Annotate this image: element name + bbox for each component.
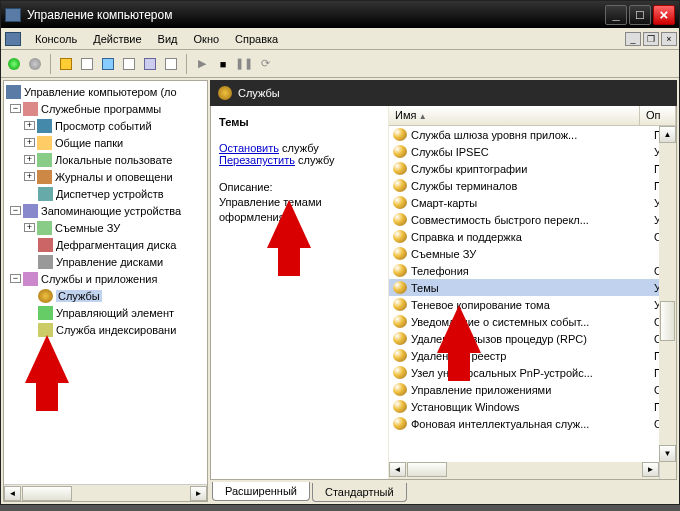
service-icon	[393, 315, 407, 328]
col-name[interactable]: Имя	[389, 106, 640, 125]
list-row[interactable]: Съемные ЗУ	[389, 245, 676, 262]
service-icon	[393, 349, 407, 362]
scroll-down-button[interactable]: ▼	[659, 445, 676, 462]
list-row[interactable]: Службы терминаловПр	[389, 177, 676, 194]
tree-group-tools[interactable]: −Служебные программы	[4, 100, 207, 117]
computer-icon	[6, 85, 21, 99]
pause-button[interactable]: ❚❚	[235, 55, 253, 73]
scroll-thumb[interactable]	[22, 486, 72, 501]
list-row[interactable]: Уведомление о системных событ...От	[389, 313, 676, 330]
service-name-cell: Службы терминалов	[411, 180, 654, 192]
up-button[interactable]	[57, 55, 75, 73]
service-name-cell: Темы	[411, 282, 654, 294]
tree-item-users[interactable]: +Локальные пользовате	[4, 151, 207, 168]
scroll-thumb[interactable]	[660, 301, 675, 341]
properties-button[interactable]	[78, 55, 96, 73]
scroll-left-button[interactable]: ◄	[4, 486, 21, 501]
service-name-cell: Службы криптографии	[411, 163, 654, 175]
tree-item-devmgr[interactable]: Диспетчер устройств	[4, 185, 207, 202]
collapse-icon[interactable]: −	[10, 104, 21, 113]
service-name-cell: Совместимость быстрого перекл...	[411, 214, 654, 226]
export-button[interactable]	[99, 55, 117, 73]
scroll-thumb[interactable]	[407, 462, 447, 477]
mdi-minimize-button[interactable]: _	[625, 32, 641, 46]
mdi-restore-button[interactable]: ❐	[643, 32, 659, 46]
help-button[interactable]	[141, 55, 159, 73]
menu-console[interactable]: Консоль	[27, 30, 85, 48]
stop-link[interactable]: Остановить	[219, 142, 279, 154]
restart-link[interactable]: Перезапустить	[219, 154, 295, 166]
tree-item-wmi[interactable]: Управляющий элемент	[4, 304, 207, 321]
scroll-up-button[interactable]: ▲	[659, 126, 676, 143]
list-row[interactable]: Совместимость быстрого перекл...Уп	[389, 211, 676, 228]
tree-item-shared[interactable]: +Общие папки	[4, 134, 207, 151]
menu-window[interactable]: Окно	[186, 30, 228, 48]
scroll-track[interactable]	[659, 143, 676, 445]
back-button[interactable]	[5, 55, 23, 73]
tree-group-storage[interactable]: −Запоминающие устройства	[4, 202, 207, 219]
stop-button[interactable]: ■	[214, 55, 232, 73]
service-name-cell: Справка и поддержка	[411, 231, 654, 243]
tree-root[interactable]: Управление компьютером (ло	[4, 83, 207, 100]
list-row[interactable]: Справка и поддержкаОб	[389, 228, 676, 245]
scroll-right-button[interactable]: ►	[642, 462, 659, 477]
list-row[interactable]: Службы IPSECУп	[389, 143, 676, 160]
list-row[interactable]: Службы криптографииПр	[389, 160, 676, 177]
list-row[interactable]: Фоновая интеллектуальная служ...Об	[389, 415, 676, 432]
menu-help[interactable]: Справка	[227, 30, 286, 48]
tree[interactable]: Управление компьютером (ло −Служебные пр…	[4, 81, 207, 484]
scroll-track[interactable]	[447, 462, 642, 479]
start-button[interactable]: ▶	[193, 55, 211, 73]
tree-group-services[interactable]: −Службы и приложения	[4, 270, 207, 287]
service-name-cell: Службы IPSEC	[411, 146, 654, 158]
list-row[interactable]: Узел универсальных PnP-устройс...Пр	[389, 364, 676, 381]
tree-item-defrag[interactable]: Дефрагментация диска	[4, 236, 207, 253]
expand-icon[interactable]: +	[24, 223, 35, 232]
forward-button[interactable]	[26, 55, 44, 73]
list-row[interactable]: ТемыУп	[389, 279, 676, 296]
tree-item-removable[interactable]: +Съемные ЗУ	[4, 219, 207, 236]
minimize-button[interactable]: _	[605, 5, 627, 25]
tab-extended[interactable]: Расширенный	[212, 482, 310, 501]
list-row[interactable]: Установщик WindowsПо	[389, 398, 676, 415]
list-row[interactable]: Управление приложениямиОб	[389, 381, 676, 398]
restart-button[interactable]: ⟳	[256, 55, 274, 73]
list-row[interactable]: ТелефонияОб	[389, 262, 676, 279]
service-name-cell: Телефония	[411, 265, 654, 277]
tree-item-services[interactable]: Службы	[4, 287, 207, 304]
tree-item-perf[interactable]: +Журналы и оповещени	[4, 168, 207, 185]
list-hscrollbar[interactable]: ◄ ►	[389, 462, 676, 479]
tree-hscrollbar[interactable]: ◄ ►	[4, 484, 207, 501]
collapse-icon[interactable]: −	[10, 274, 21, 283]
menu-action[interactable]: Действие	[85, 30, 149, 48]
refresh-button[interactable]	[120, 55, 138, 73]
titlebar[interactable]: Управление компьютером _ □ ×	[1, 1, 679, 28]
col-desc[interactable]: Оп	[640, 106, 676, 125]
scroll-left-button[interactable]: ◄	[389, 462, 406, 477]
mdi-close-button[interactable]: ×	[661, 32, 677, 46]
collapse-icon[interactable]: −	[10, 206, 21, 215]
tab-standard[interactable]: Стандартный	[312, 483, 407, 502]
list-row[interactable]: Удаленный вызов процедур (RPC)Об	[389, 330, 676, 347]
window-title: Управление компьютером	[27, 8, 603, 22]
tree-item-events[interactable]: +Просмотр событий	[4, 117, 207, 134]
list-vscrollbar[interactable]: ▲ ▼	[659, 126, 676, 462]
list-button[interactable]	[162, 55, 180, 73]
list-body[interactable]: Служба шлюза уровня прилож...ПоСлужбы IP…	[389, 126, 676, 462]
scroll-right-button[interactable]: ►	[190, 486, 207, 501]
tree-item-diskmgmt[interactable]: Управление дисками	[4, 253, 207, 270]
menu-view[interactable]: Вид	[150, 30, 186, 48]
list-row[interactable]: Смарт-картыУп	[389, 194, 676, 211]
maximize-button[interactable]: □	[629, 5, 651, 25]
list-row[interactable]: Удаленный реестрПо	[389, 347, 676, 364]
list-row[interactable]: Теневое копирование томаУп	[389, 296, 676, 313]
list-row[interactable]: Служба шлюза уровня прилож...По	[389, 126, 676, 143]
expand-icon[interactable]: +	[24, 155, 35, 164]
expand-icon[interactable]: +	[24, 121, 35, 130]
service-icon	[393, 366, 407, 379]
wmi-icon	[38, 306, 53, 320]
close-button[interactable]: ×	[653, 5, 675, 25]
expand-icon[interactable]: +	[24, 138, 35, 147]
service-icon	[393, 213, 407, 226]
expand-icon[interactable]: +	[24, 172, 35, 181]
